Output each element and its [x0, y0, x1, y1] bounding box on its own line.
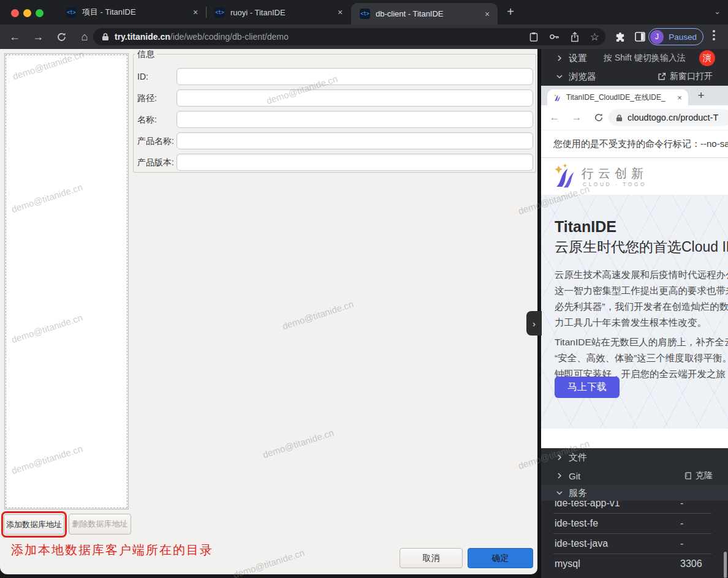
- product-name-input[interactable]: [176, 132, 533, 149]
- page-paragraph-1: 云原生技术高速发展和后疫情时代远程办公等新 这一智力密集型工作提出更高的要求也带…: [555, 267, 728, 331]
- collapse-panel-handle[interactable]: ›: [526, 311, 542, 336]
- id-input[interactable]: [176, 68, 533, 85]
- service-row[interactable]: mysql 3306: [541, 554, 728, 574]
- panel-scrollbar-thumb[interactable]: [724, 552, 727, 578]
- home-icon[interactable]: ⌂: [75, 24, 94, 49]
- page-paragraph-2: TitanIDE站在无数巨人的肩膀上，补齐全云端开 “安全、高效、体验”这三个维…: [555, 334, 728, 382]
- close-window-button[interactable]: [11, 9, 19, 17]
- profile-chip[interactable]: J Paused: [648, 28, 703, 45]
- embedded-url: cloudtogo.cn/product-T: [628, 113, 718, 122]
- minimize-window-button[interactable]: [23, 9, 31, 17]
- back-icon[interactable]: ←: [546, 105, 563, 130]
- info-fieldset: 信息 ID: 路径: 名称: 产品名称: 产品版本:: [133, 54, 536, 173]
- confirm-button[interactable]: 确定: [468, 548, 533, 568]
- tab-close-icon[interactable]: ×: [190, 7, 201, 17]
- git-clone-button[interactable]: 克隆: [684, 470, 713, 481]
- key-icon[interactable]: [549, 32, 559, 42]
- tab-title: 项目 - TitanIDE: [82, 7, 190, 18]
- chevron-right-icon: [556, 454, 563, 461]
- services-label: 服务: [569, 487, 587, 499]
- page-title: TitanIDE: [555, 218, 616, 236]
- share-icon[interactable]: [571, 32, 579, 42]
- db-client-window: 信息 ID: 路径: 名称: 产品名称: 产品版本: 添加数据库地址: [0, 49, 537, 574]
- cloudtogo-page: 行云创新 CLOUD · TOGO TitanIDE 云原生时代您的首选Clou…: [541, 158, 728, 429]
- id-label: ID:: [137, 68, 148, 85]
- info-legend: 信息: [135, 49, 157, 60]
- git-label: Git: [569, 471, 580, 481]
- titanide-favicon: <t>: [360, 9, 370, 19]
- open-new-window-button[interactable]: 新窗口打开: [658, 71, 713, 82]
- page-subtitle: 云原生时代您的首选Cloud IDE: [555, 238, 728, 257]
- tab-close-icon[interactable]: ×: [482, 9, 493, 19]
- lock-icon: [616, 114, 623, 122]
- profile-status: Paused: [669, 32, 697, 42]
- new-tab-button[interactable]: +: [503, 5, 518, 20]
- reload-icon[interactable]: [590, 105, 607, 130]
- services-list: ide-test-app-v1 - ide-test-fe - ide-test…: [541, 494, 728, 578]
- database-address-list[interactable]: [4, 53, 129, 509]
- maximize-window-button[interactable]: [36, 9, 44, 17]
- browser-tabstrip: <t> 项目 - TitanIDE × <t> ruoyi - TitanIDE…: [0, 0, 728, 24]
- page-body: TitanIDE 云原生时代您的首选Cloud IDE 云原生技术高速发展和后疫…: [541, 195, 728, 429]
- open-in-new-icon: [658, 72, 666, 81]
- forward-icon[interactable]: →: [568, 105, 585, 130]
- tab-title: db-client - TitanIDE: [376, 9, 482, 18]
- tab-title: ruoyi - TitanIDE: [230, 8, 335, 17]
- download-button[interactable]: 马上下载: [555, 377, 620, 398]
- unsupported-flag-warning: 您使用的是不受支持的命令行标记：--no-sand: [541, 130, 728, 158]
- forward-icon[interactable]: →: [29, 24, 47, 49]
- files-section-row[interactable]: 文件: [541, 448, 728, 467]
- tab-close-icon[interactable]: ×: [335, 7, 346, 17]
- screen: <t> 项目 - TitanIDE × <t> ruoyi - TitanIDE…: [0, 0, 728, 578]
- path-input[interactable]: [176, 89, 533, 107]
- chevron-right-icon: [556, 472, 563, 479]
- product-version-label: 产品版本:: [137, 154, 174, 171]
- url-host: try.titanide.cn: [115, 32, 170, 42]
- product-version-input[interactable]: [176, 154, 533, 171]
- embedded-new-tab-button[interactable]: +: [693, 88, 709, 103]
- service-row[interactable]: ide-test-java -: [541, 534, 728, 554]
- browser-section-row[interactable]: 浏览器 新窗口打开: [541, 67, 728, 86]
- tab-project[interactable]: <t> 项目 - TitanIDE ×: [59, 0, 205, 24]
- embedded-tab-title: TitanIDE_CloudIDE_在线IDE_: [566, 92, 675, 103]
- side-panel-icon[interactable]: [631, 24, 649, 49]
- embedded-tab-close-icon[interactable]: ×: [675, 93, 684, 102]
- titanide-favicon: <t>: [214, 7, 225, 18]
- cloudtogo-favicon: [553, 93, 562, 102]
- brand-name: 行云创新: [582, 165, 648, 182]
- services-section-row[interactable]: 服务: [541, 485, 728, 501]
- cloudtogo-logo: [551, 163, 579, 191]
- annotation-note: 添加本地数据库客户端所在的目录: [11, 542, 213, 558]
- browser-menu-icon[interactable]: [711, 30, 716, 40]
- chevron-down-icon: [556, 489, 563, 497]
- address-bar[interactable]: try.titanide.cn/ide/web/coding/db-client…: [93, 28, 605, 45]
- ime-hint: 按 Shift 键切换输入法: [604, 53, 686, 64]
- embedded-tab[interactable]: TitanIDE_CloudIDE_在线IDE_ ×: [547, 89, 688, 105]
- browser-label: 浏览器: [569, 71, 596, 83]
- cancel-button[interactable]: 取消: [400, 548, 463, 568]
- tab-overview-chevron-icon[interactable]: ⌄: [714, 7, 721, 16]
- back-icon[interactable]: ←: [6, 24, 24, 49]
- embedded-toolbar: ← → cloudtogo.cn/product-T: [541, 105, 728, 130]
- tab-db-client-active[interactable]: <t> db-client - TitanIDE ×: [351, 3, 498, 24]
- bookmark-star-icon[interactable]: ☆: [590, 32, 599, 42]
- clipboard-icon[interactable]: [529, 32, 538, 42]
- embedded-address-bar[interactable]: cloudtogo.cn/product-T: [609, 109, 728, 126]
- path-label: 路径:: [137, 89, 157, 107]
- service-row[interactable]: ide-test-fe -: [541, 514, 728, 534]
- lock-icon: [102, 32, 109, 41]
- files-label: 文件: [569, 452, 587, 464]
- delete-database-address-button[interactable]: 删除数据库地址: [69, 514, 131, 535]
- titanide-side-panel: 设置 按 Shift 键切换输入法 演 浏览器 新窗口打开 Ti: [541, 49, 728, 578]
- titanide-favicon: <t>: [66, 7, 77, 18]
- git-section-row[interactable]: Git 克隆: [541, 467, 728, 485]
- name-input[interactable]: [176, 111, 533, 128]
- embedded-tabstrip: TitanIDE_CloudIDE_在线IDE_ × +: [541, 86, 728, 105]
- tab-ruoyi[interactable]: <t> ruoyi - TitanIDE ×: [208, 0, 349, 24]
- reload-icon[interactable]: [52, 24, 70, 49]
- extensions-puzzle-icon[interactable]: [610, 24, 629, 49]
- product-name-label: 产品名称:: [137, 132, 174, 149]
- annotation-highlight-rect: [1, 511, 67, 538]
- repo-icon: [684, 471, 692, 480]
- demo-badge: 演: [699, 50, 715, 66]
